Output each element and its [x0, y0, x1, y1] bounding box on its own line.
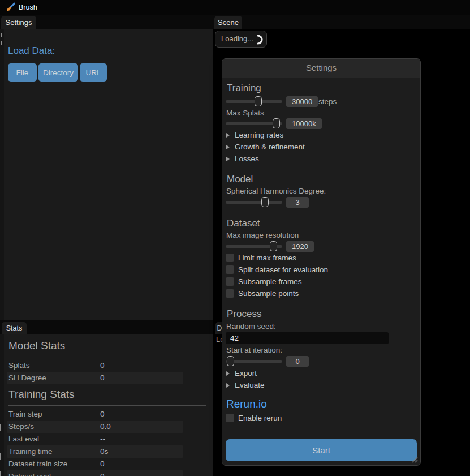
dataset-heading: Dataset: [227, 218, 260, 229]
steps-slider[interactable]: [226, 96, 282, 107]
tab-scene[interactable]: Scene: [214, 16, 242, 29]
stat-value: 0: [100, 374, 105, 382]
max-resolution-label: Max image resolution: [226, 231, 299, 239]
chevron-right-icon: [226, 145, 230, 149]
start-iteration-slider[interactable]: [226, 356, 282, 367]
max-resolution-slider[interactable]: [226, 241, 282, 252]
checkbox-subsample-frames[interactable]: Subsample frames: [226, 277, 373, 286]
stat-label: Dataset train size: [8, 460, 67, 468]
checkbox-enable-rerun[interactable]: Enable rerun: [226, 414, 339, 423]
stat-value: --: [100, 435, 105, 443]
sh-degree-slider[interactable]: [226, 197, 282, 208]
slider-handle[interactable]: [273, 118, 280, 128]
training-stats-heading: Training Stats: [8, 388, 75, 401]
collapsible-losses[interactable]: Losses: [225, 155, 338, 164]
max-resolution-value[interactable]: 1920: [286, 241, 314, 252]
collapsible-export[interactable]: Export: [225, 369, 315, 378]
stat-value: 0: [100, 460, 105, 468]
divider: [8, 357, 206, 357]
checkbox-icon[interactable]: [226, 265, 234, 274]
random-seed-input[interactable]: [226, 332, 389, 344]
edge-tick: [1, 41, 2, 45]
tab-settings-label: Settings: [1, 16, 36, 27]
edge-tick: [0, 453, 1, 460]
file-button[interactable]: File: [8, 63, 37, 82]
checkbox-icon[interactable]: [226, 254, 234, 262]
settings-window: Settings Training 30000 steps Max Splats…: [222, 58, 421, 466]
model-stats-heading: Model Stats: [8, 340, 65, 352]
slider-handle[interactable]: [270, 241, 277, 251]
tab-scene-label: Scene: [214, 16, 242, 27]
stat-value: 0: [100, 410, 105, 418]
url-button[interactable]: URL: [80, 63, 107, 82]
collapsible-label: Export: [235, 369, 257, 378]
stat-label: Dataset eval: [8, 472, 51, 476]
checkbox-label: Limit max frames: [238, 254, 296, 262]
checkbox-label: Split dataset for evaluation: [238, 265, 328, 274]
edge-tick: [1, 33, 2, 37]
start-iteration-value[interactable]: 0: [286, 356, 309, 367]
training-heading: Training: [227, 83, 261, 94]
checkbox-label: Subsample frames: [238, 277, 302, 286]
checkbox-limit-max-frames[interactable]: Limit max frames: [226, 254, 373, 263]
stat-value: 0s: [100, 447, 108, 456]
stat-row-splats: Splats 0: [7, 359, 183, 372]
max-splats-label: Max Splats: [226, 109, 264, 117]
stat-label: SH Degree: [8, 374, 46, 382]
slider-handle[interactable]: [227, 356, 234, 366]
start-iteration-label: Start at iteration:: [226, 346, 282, 354]
collapsible-evaluate[interactable]: Evaluate: [225, 381, 315, 390]
max-splats-slider[interactable]: [226, 118, 282, 129]
checkbox-icon[interactable]: [226, 414, 234, 422]
load-data-heading: Load Data:: [8, 45, 55, 57]
slider-track: [226, 360, 282, 363]
stat-value: 0: [100, 361, 105, 370]
tab-stats[interactable]: Stats: [2, 322, 27, 334]
stat-row-sh-degree: SH Degree 0: [7, 372, 183, 384]
start-button[interactable]: Start: [226, 439, 417, 461]
collapsible-learning-rates[interactable]: Learning rates: [225, 131, 338, 140]
slider-track: [226, 201, 282, 204]
spinner-icon: [253, 35, 263, 45]
stat-label: Training time: [8, 447, 53, 456]
slider-handle[interactable]: [261, 197, 269, 207]
stats-tabbar: Stats: [0, 320, 213, 334]
resize-handle-icon[interactable]: [411, 456, 419, 464]
checkbox-subsample-points[interactable]: Subsample points: [226, 289, 373, 298]
loading-label: Loading...: [221, 35, 253, 43]
top-tabbar: Settings Scene: [0, 15, 470, 29]
collapsible-growth-refinement[interactable]: Growth & refinement: [225, 143, 349, 152]
app-title: Brush: [19, 3, 37, 11]
edge-tick: [0, 424, 1, 431]
rerun-link[interactable]: Rerun.io: [226, 398, 267, 410]
checkbox-icon[interactable]: [226, 277, 234, 286]
process-heading: Process: [227, 308, 261, 320]
chevron-right-icon: [226, 157, 230, 161]
collapsible-label: Learning rates: [235, 131, 283, 139]
settings-window-title: Settings: [222, 63, 420, 72]
checkbox-icon[interactable]: [226, 289, 234, 298]
directory-button[interactable]: Directory: [38, 63, 78, 82]
stat-label: Splats: [8, 361, 30, 370]
max-splats-value[interactable]: 10000k: [286, 118, 322, 129]
stat-value: 0: [100, 472, 105, 476]
tab-stats-label: Stats: [2, 322, 27, 332]
slider-handle[interactable]: [255, 96, 262, 106]
collapsible-label: Evaluate: [235, 381, 265, 389]
sh-degree-value[interactable]: 3: [286, 197, 309, 208]
stat-row-last-eval: Last eval --: [7, 433, 183, 445]
brush-icon: [6, 2, 16, 12]
stats-panel: Model Stats Splats 0 SH Degree 0 Trainin…: [4, 334, 213, 476]
collapsible-label: Losses: [235, 155, 259, 163]
steps-value[interactable]: 30000: [286, 96, 318, 107]
steps-suffix: steps: [318, 97, 337, 106]
tab-settings[interactable]: Settings: [1, 16, 36, 29]
load-data-buttons: File Directory URL: [8, 63, 110, 82]
stat-label: Train step: [8, 410, 42, 418]
settings-window-header[interactable]: Settings: [222, 59, 420, 78]
stat-label: Last eval: [8, 435, 39, 443]
random-seed-label: Random seed:: [226, 322, 276, 331]
chevron-right-icon: [226, 383, 230, 388]
checkbox-split-dataset[interactable]: Split dataset for evaluation: [226, 265, 373, 275]
stat-label: Steps/s: [8, 422, 34, 431]
